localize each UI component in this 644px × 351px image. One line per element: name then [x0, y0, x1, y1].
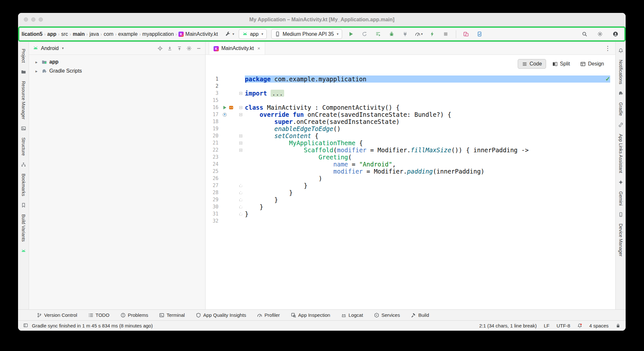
close-window-button[interactable]: [24, 17, 28, 22]
tool-gradle[interactable]: Gradle: [618, 102, 623, 116]
minimize-window-button[interactable]: [31, 17, 35, 22]
structure-icon[interactable]: [21, 162, 26, 167]
caret-position[interactable]: 2:1 (34 chars, 1 line break): [479, 323, 537, 328]
fold-column[interactable]: [236, 198, 245, 201]
breadcrumb-src[interactable]: src: [61, 31, 68, 37]
fold-column[interactable]: [236, 113, 245, 116]
profile-avatar[interactable]: [611, 30, 620, 39]
indent-setting[interactable]: 4 spaces: [589, 323, 609, 328]
gradle-icon[interactable]: [618, 91, 623, 96]
tool-button-terminal[interactable]: Terminal: [159, 312, 185, 318]
profile-low-overhead-button[interactable]: [428, 30, 437, 39]
line-separator[interactable]: LF: [544, 323, 550, 328]
tool-device-manager[interactable]: Device Manager: [618, 224, 623, 256]
fold-end-icon[interactable]: [239, 213, 242, 216]
fold-column[interactable]: [236, 191, 245, 194]
breadcrumb-java[interactable]: java: [89, 31, 99, 37]
code-line[interactable]: 17 override fun onCreate(savedInstanceSt…: [206, 111, 615, 118]
fold-collapse-icon[interactable]: [239, 92, 242, 95]
fold-column[interactable]: [236, 206, 245, 208]
profiler-button[interactable]: ▾: [414, 30, 423, 39]
fold-collapse-icon[interactable]: [239, 149, 242, 152]
tool-button-logcat[interactable]: Logcat: [341, 312, 363, 318]
code-line[interactable]: 27 }: [206, 182, 615, 189]
code-line[interactable]: 22 Scaffold(modifier = Modifier.fillMaxS…: [206, 146, 615, 154]
bookmark-icon[interactable]: [21, 203, 26, 208]
run-gutter-icon[interactable]: [222, 105, 227, 110]
code-line[interactable]: 28 }: [206, 189, 615, 196]
tool-build-variants[interactable]: Build Variants: [21, 214, 26, 242]
chevron-right-icon[interactable]: ▸: [35, 60, 39, 65]
fold-collapse-icon[interactable]: [239, 113, 242, 116]
code-line[interactable]: 24 name = "Android",: [206, 161, 615, 168]
breadcrumb-lication5[interactable]: lication5: [21, 31, 43, 37]
chevron-right-icon[interactable]: ▸: [35, 69, 39, 74]
tool-notifications[interactable]: Notifications: [618, 60, 623, 84]
debug-button[interactable]: [387, 30, 396, 39]
view-toggle-split[interactable]: Split: [548, 59, 574, 69]
code-line[interactable]: 30 }: [206, 203, 615, 210]
stop-button[interactable]: [441, 30, 450, 39]
fold-column[interactable]: [236, 213, 245, 216]
code-line[interactable]: 21 MyApplicationTheme {: [206, 139, 615, 146]
tool-button-app-inspection[interactable]: App Inspection: [291, 312, 330, 318]
code-line[interactable]: 29 }: [206, 196, 615, 203]
breadcrumb-mainactivity-kt[interactable]: KMainActivity.kt: [178, 31, 218, 37]
fold-column[interactable]: [236, 142, 245, 145]
lock-icon[interactable]: [616, 323, 620, 328]
tool-button-version-control[interactable]: Version Control: [37, 312, 77, 318]
tab-mainactivity[interactable]: K MainActivity.kt ×: [209, 42, 265, 55]
run-button[interactable]: [347, 30, 356, 39]
breadcrumb-app[interactable]: app: [47, 31, 57, 37]
device-selector[interactable]: Medium Phone API 35▾: [271, 29, 342, 39]
code-editor[interactable]: 1package com.example.myapplication23impo…: [206, 55, 615, 309]
gear-icon[interactable]: [187, 46, 192, 51]
search-everywhere-button[interactable]: [580, 30, 589, 39]
fold-column[interactable]: [236, 106, 245, 109]
collapse-icon[interactable]: [167, 46, 172, 51]
tool-button-profiler[interactable]: Profiler: [257, 312, 280, 318]
fold-column[interactable]: [236, 135, 245, 137]
code-line[interactable]: 3import ...: [206, 90, 615, 97]
code-line[interactable]: 26 ): [206, 175, 615, 182]
apply-changes-button[interactable]: [360, 30, 369, 39]
more-options-icon[interactable]: ⋮: [600, 45, 615, 52]
gemini-icon[interactable]: [618, 180, 623, 185]
fold-end-icon[interactable]: [239, 184, 242, 187]
tool-button-problems[interactable]: Problems: [120, 312, 148, 318]
notification-icon[interactable]: [577, 323, 582, 328]
minimize-icon[interactable]: [196, 46, 201, 51]
fold-column[interactable]: [236, 92, 245, 95]
tool-button-build[interactable]: Build: [411, 312, 429, 318]
fold-collapse-icon[interactable]: [239, 142, 242, 145]
expand-icon[interactable]: [177, 46, 182, 51]
breadcrumb-main[interactable]: main: [72, 31, 85, 37]
tool-button-services[interactable]: Services: [374, 312, 400, 318]
apply-code-changes-button[interactable]: [374, 30, 383, 39]
inspections-status-icon[interactable]: ✓: [605, 75, 610, 83]
notifications-icon[interactable]: [618, 48, 623, 53]
tool-app-links-assistant[interactable]: App Links Assistant: [618, 134, 623, 173]
resource-manager-icon[interactable]: [21, 126, 26, 131]
sync-button[interactable]: ▾: [225, 31, 234, 37]
locate-icon[interactable]: [158, 46, 163, 51]
file-encoding[interactable]: UTF-8: [556, 323, 570, 328]
override-gutter-icon[interactable]: [222, 112, 227, 117]
breadcrumb-com[interactable]: com: [103, 31, 114, 37]
run-config-selector[interactable]: app▾: [239, 29, 267, 39]
code-line[interactable]: 16class MainActivity : ComponentActivity…: [206, 104, 615, 111]
tool-structure[interactable]: Structure: [21, 137, 26, 156]
view-toggle-design[interactable]: Design: [576, 59, 608, 69]
fold-end-icon[interactable]: [239, 198, 242, 201]
tool-project[interactable]: Project: [21, 49, 26, 63]
code-line[interactable]: 18 super.onCreate(savedInstanceState): [206, 118, 615, 125]
tool-button-todo[interactable]: TODO: [88, 312, 110, 318]
build-variants-icon[interactable]: [21, 248, 26, 254]
project-view-selector[interactable]: Android: [41, 45, 59, 51]
device-manager-icon[interactable]: [618, 212, 623, 217]
fold-column[interactable]: [236, 149, 245, 152]
fold-end-icon[interactable]: [239, 206, 242, 208]
breadcrumb-example[interactable]: example: [118, 31, 138, 37]
app-links-icon[interactable]: [618, 122, 623, 127]
fold-collapse-icon[interactable]: [239, 135, 242, 137]
